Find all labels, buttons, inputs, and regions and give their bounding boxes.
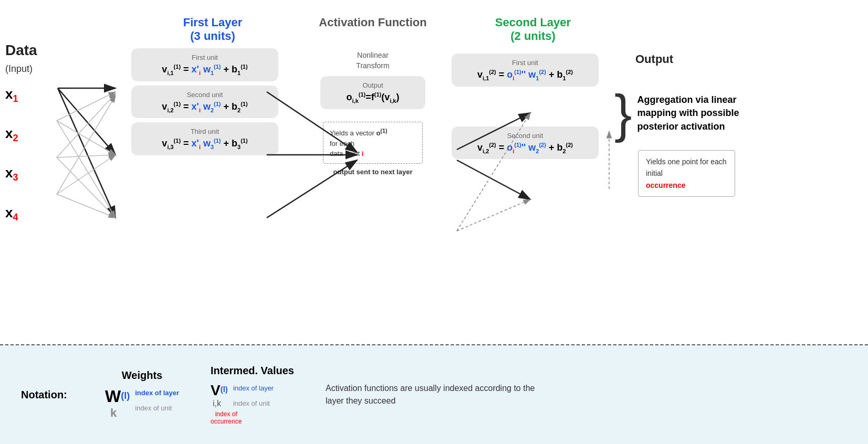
yields-output-box: Yields one point for each initial occurr…	[638, 150, 735, 197]
brace-symbol: }	[614, 87, 632, 140]
intermed-block: Intermed. Values V(l) i,k index of layer…	[211, 365, 294, 425]
sl-unit2-label: Second unit	[461, 132, 589, 140]
intermed-index-unit: index of unit	[233, 399, 274, 407]
intermed-formula-row: V(l) i,k index of layer index of unit	[211, 382, 274, 408]
weights-title: Weights	[122, 369, 162, 382]
second-layer-unit2: Second unit vi,2(2) = oi(1)'' w2(2) + b2…	[452, 126, 599, 160]
unit3-formula: vi,3(1) = x'i w3(1) + b3(1)	[141, 138, 269, 150]
first-layer-unit3: Third unit vi,3(1) = x'i w3(1) + b3(1)	[131, 122, 278, 155]
weights-block: Weights W(l) k index of layer index of u…	[105, 369, 179, 420]
weights-desc: index of layer index of unit	[135, 389, 179, 412]
activation-notation-text: Activation functions are usually indexed…	[326, 382, 536, 407]
nonlinear-label: NonlinearTransform	[356, 50, 389, 71]
output-aggregation: } Aggregation via linear mapping with po…	[614, 87, 742, 140]
main-container: Data (Input) x1 x2 x3 x4	[0, 0, 868, 444]
activation-formula: oi,k(1)=f(1)(vi,k)	[330, 91, 416, 104]
sl-unit2-formula: vi,2(2) = oi(1)'' w2(2) + b2(2)	[461, 142, 589, 154]
input-x4: x4	[5, 205, 18, 223]
yields-box: Yields a vector o(1)for eachdata point i	[323, 122, 423, 164]
svg-line-18	[457, 199, 530, 231]
top-cols: Data (Input) x1 x2 x3 x4	[5, 10, 863, 339]
bottom-section: Notation: Weights W(l) k index of layer …	[0, 344, 868, 444]
intermed-title: Intermed. Values	[211, 365, 294, 377]
unit2-label: Second unit	[141, 91, 269, 99]
unit2-formula: vi,2(1) = x'i w2(1) + b2(1)	[141, 101, 269, 113]
intermed-desc: index of layer index of unit	[233, 384, 274, 407]
output-header: Output	[635, 52, 673, 66]
input-x1: x1	[5, 86, 18, 104]
unit1-label: First unit	[141, 54, 269, 61]
activation-box: Output oi,k(1)=f(1)(vi,k)	[320, 76, 425, 109]
weights-index-unit: index of unit	[135, 404, 179, 412]
activation-box-label: Output	[330, 81, 416, 89]
intermed-index-layer: index of layer	[233, 384, 274, 392]
top-section: Data (Input) x1 x2 x3 x4	[0, 0, 868, 344]
second-layer-column: Second Layer (2 units) First unit vi,1(2…	[452, 10, 614, 163]
input-x3: x3	[5, 165, 18, 183]
data-header: Data (Input)	[5, 42, 37, 76]
activation-column: Activation Function NonlinearTransform O…	[310, 10, 436, 176]
weights-formula: W(l) k	[105, 387, 130, 420]
weights-index-layer: index of layer	[135, 389, 179, 397]
first-layer-unit1: First unit vi,1(1) = x'i w1(1) + b1(1)	[131, 48, 278, 81]
second-layer-unit1: First unit vi,1(2) = oi(1)'' w1(2) + b1(…	[452, 54, 599, 87]
notation-label: Notation:	[21, 389, 74, 401]
activation-header: Activation Function	[319, 16, 426, 29]
sl-unit1-formula: vi,1(2) = oi(1)'' w1(2) + b1(2)	[461, 69, 589, 81]
first-layer-unit2: Second unit vi,2(1) = x'i w2(1) + b2(1)	[131, 86, 278, 119]
second-layer-header: Second Layer (2 units)	[452, 16, 614, 43]
weights-formula-row: W(l) k index of layer index of unit	[105, 387, 179, 420]
sl-unit1-label: First unit	[461, 59, 589, 67]
unit1-formula: vi,1(1) = x'i w1(1) + b1(1)	[141, 64, 269, 76]
output-sent-label: output sent to next layer	[333, 168, 413, 176]
svg-line-16	[457, 160, 530, 199]
data-column: Data (Input) x1 x2 x3 x4	[5, 10, 68, 223]
intermed-formula: V(l) i,k	[211, 382, 228, 408]
aggregation-text: Aggregation via linear mapping with poss…	[637, 93, 742, 133]
input-x2: x2	[5, 125, 18, 144]
unit3-label: Third unit	[141, 128, 269, 135]
first-layer-header: First Layer (3 units)	[131, 16, 294, 43]
data-inputs: x1 x2 x3 x4	[5, 86, 18, 223]
output-column: Output } Aggregation via linear mapping …	[614, 10, 761, 197]
first-layer-column: First Layer (3 units) First unit vi,1(1)…	[131, 10, 294, 160]
intermed-occurrence-label: index ofoccurrence	[211, 410, 242, 425]
